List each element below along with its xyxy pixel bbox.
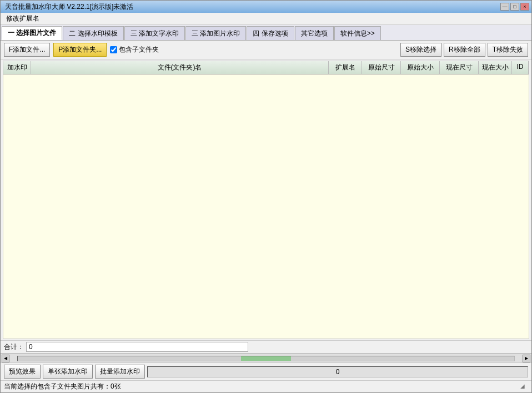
col-header-id: ID xyxy=(512,61,529,74)
scrollbar-track[interactable] xyxy=(17,356,515,361)
col-header-orig-bytes: 原始大小 xyxy=(401,61,440,74)
tab-add-text-watermark[interactable]: 三 添加文字水印 xyxy=(124,26,185,40)
file-table: 加水印 文件(文件夹)名 扩展名 原始尺寸 原始大小 现在尺寸 现在大小 ID xyxy=(3,61,529,339)
remove-all-button[interactable]: R移除全部 xyxy=(444,43,485,57)
tab-software-info[interactable]: 软件信息>> xyxy=(334,26,381,40)
tabs-bar: 一 选择图片文件 二 选择水印模板 三 添加文字水印 三 添加图片水印 四 保存… xyxy=(1,25,531,41)
scroll-left-arrow[interactable]: ◀ xyxy=(2,355,9,362)
tab-save-options[interactable]: 四 保存选项 xyxy=(247,26,294,40)
resize-grip[interactable]: ◢ xyxy=(520,383,528,391)
total-label: 合计： xyxy=(4,342,24,352)
table-header: 加水印 文件(文件夹)名 扩展名 原始尺寸 原始大小 现在尺寸 现在大小 ID xyxy=(3,61,529,74)
add-batch-watermark-button[interactable]: 批量添加水印 xyxy=(95,365,145,379)
include-subfolder-container: 包含子文件夹 xyxy=(110,45,159,54)
table-body[interactable] xyxy=(3,74,529,339)
add-folder-button[interactable]: P添加文件夹... xyxy=(53,43,107,57)
remove-invalid-button[interactable]: T移除失效 xyxy=(488,43,528,57)
remove-selected-button[interactable]: S移除选择 xyxy=(400,43,441,57)
col-header-watermark: 加水印 xyxy=(3,61,31,74)
status-footer-text: 当前选择的包含子文件夹图片共有：0张 xyxy=(4,382,121,391)
progress-bar: 0 xyxy=(147,366,528,377)
menu-item-modify-ext[interactable]: 修改扩展名 xyxy=(3,13,43,24)
close-button[interactable]: × xyxy=(520,3,529,11)
tab-add-image-watermark[interactable]: 三 添加图片水印 xyxy=(185,26,246,40)
col-header-new-bytes: 现在大小 xyxy=(479,61,512,74)
tab-select-watermark-template[interactable]: 二 选择水印模板 xyxy=(63,26,123,40)
tab-other-options[interactable]: 其它选项 xyxy=(295,26,334,40)
add-single-watermark-button[interactable]: 单张添加水印 xyxy=(43,365,93,379)
status-footer: 当前选择的包含子文件夹图片共有：0张 ◢ xyxy=(1,380,531,392)
include-subfolder-label: 包含子文件夹 xyxy=(119,45,159,54)
menu-bar: 修改扩展名 xyxy=(1,13,531,25)
include-subfolder-checkbox[interactable] xyxy=(110,46,117,53)
total-status-bar: 合计： xyxy=(1,340,531,354)
progress-value: 0 xyxy=(336,368,340,376)
total-value-input[interactable] xyxy=(26,342,248,352)
bottom-toolbar: 预览效果 单张添加水印 批量添加水印 0 xyxy=(1,362,531,380)
horizontal-scrollbar[interactable]: ◀ ▶ xyxy=(1,354,531,362)
title-bar: 天音批量加水印大师 V2.22.1[演示版]未激活 — □ × xyxy=(1,1,531,13)
add-file-button[interactable]: F添加文件... xyxy=(4,43,50,57)
minimize-button[interactable]: — xyxy=(500,3,509,11)
tab-select-image[interactable]: 一 选择图片文件 xyxy=(2,26,62,40)
maximize-button[interactable]: □ xyxy=(510,3,519,11)
col-header-filename: 文件(文件夹)名 xyxy=(31,61,329,74)
col-header-ext: 扩展名 xyxy=(329,61,362,74)
scrollbar-thumb[interactable] xyxy=(241,356,290,361)
main-window: 天音批量加水印大师 V2.22.1[演示版]未激活 — □ × 修改扩展名 一 … xyxy=(0,0,532,393)
scroll-right-arrow[interactable]: ▶ xyxy=(523,355,530,362)
title-buttons: — □ × xyxy=(500,3,529,11)
col-header-new-size: 现在尺寸 xyxy=(440,61,479,74)
window-title: 天音批量加水印大师 V2.22.1[演示版]未激活 xyxy=(3,2,500,12)
toolbar: F添加文件... P添加文件夹... 包含子文件夹 S移除选择 R移除全部 T移… xyxy=(1,41,531,59)
col-header-orig-size: 原始尺寸 xyxy=(362,61,401,74)
right-buttons: S移除选择 R移除全部 T移除失效 xyxy=(400,43,528,57)
preview-button[interactable]: 预览效果 xyxy=(4,365,41,379)
